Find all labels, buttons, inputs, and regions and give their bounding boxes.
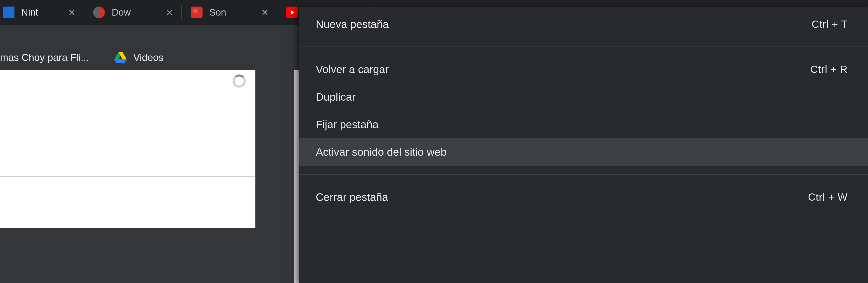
tab-title: Nint [21,7,61,18]
menu-label: Fijar pestaña [316,118,378,131]
tab-downloads[interactable]: Dow [84,0,181,25]
tab-close-button[interactable] [260,7,270,17]
tab-msi[interactable]: Son [182,0,277,25]
bookmark-videos[interactable]: Videos [114,52,173,63]
tab-title: Dow [112,7,159,18]
menu-shortcut: Ctrl + R [810,63,848,75]
menu-label: Volver a cargar [316,63,389,76]
bookmarks-bar: mas Choy para Fli... Videos [0,45,173,70]
content-panel [0,70,255,228]
menu-label: Activar sonido del sitio web [316,146,447,158]
tab-context-menu: Nueva pestaña Ctrl + T Volver a cargar C… [299,7,868,283]
google-drive-icon [114,52,127,63]
loading-spinner-icon [232,74,246,87]
svg-marker-17 [114,59,127,63]
menu-shortcut: Ctrl + T [812,18,848,30]
tab-title: Son [209,7,254,18]
menu-separator [299,46,868,47]
menu-label: Duplicar [316,91,355,103]
ccleaner-icon [93,6,105,18]
menu-new-tab[interactable]: Nueva pestaña Ctrl + T [299,10,868,38]
msi-icon [191,6,203,18]
favicon-blue-icon [3,6,14,18]
tab-nintendo[interactable]: Nint [0,0,84,25]
youtube-icon [286,6,298,18]
menu-pin-tab[interactable]: Fijar pestaña [299,111,868,138]
menu-unmute-site[interactable]: Activar sonido del sitio web [299,138,868,166]
tab-close-button[interactable] [164,7,175,17]
bookmark-label: Videos [133,52,164,63]
menu-duplicate[interactable]: Duplicar [299,83,868,111]
menu-separator [299,174,868,175]
content-area [0,70,294,283]
menu-label: Nueva pestaña [316,18,389,31]
menu-shortcut: Ctrl + W [808,191,848,203]
bookmark-choy[interactable]: mas Choy para Fli... [0,52,98,63]
bookmark-label: mas Choy para Fli... [0,52,89,63]
tab-close-button[interactable] [67,7,77,17]
menu-label: Cerrar pestaña [316,191,388,203]
menu-reload[interactable]: Volver a cargar Ctrl + R [299,56,868,83]
menu-close-tab[interactable]: Cerrar pestaña Ctrl + W [299,183,868,211]
